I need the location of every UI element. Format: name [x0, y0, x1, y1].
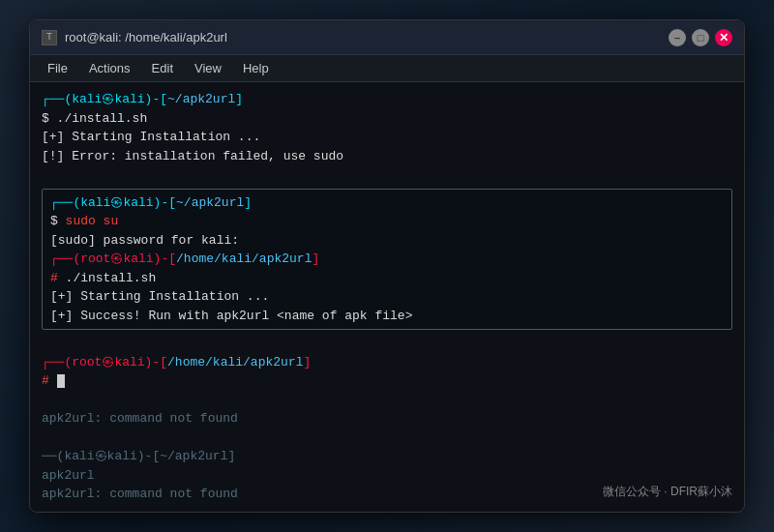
close-button[interactable]: ✕ [715, 29, 732, 46]
menu-help[interactable]: Help [233, 58, 279, 78]
line-dim-2: ──(kali㉿kali)-[~/apk2url] [42, 447, 732, 466]
line-prompt-2: ┌──(kali㉿kali)-[~/apk2url] [50, 193, 724, 213]
line-blank-2 [42, 334, 732, 353]
highlighted-block: ┌──(kali㉿kali)-[~/apk2url] $ sudo su [su… [42, 189, 732, 331]
terminal-icon: T [42, 30, 57, 45]
maximize-button[interactable]: □ [692, 29, 709, 46]
line-sudo-prompt: [sudo] password for kali: [50, 231, 724, 251]
minimize-button[interactable]: – [669, 29, 686, 46]
line-error-1: [!] Error: installation failed, use sudo [42, 147, 732, 166]
line-dim-1: apk2url: command not found [42, 409, 732, 429]
menu-file[interactable]: File [38, 58, 77, 78]
window-controls: – □ ✕ [669, 29, 732, 46]
line-cmd-sudo: $ sudo su [50, 212, 724, 231]
terminal-content[interactable]: ┌──(kali㉿kali)-[~/apk2url] $ ./install.s… [30, 82, 744, 512]
terminal-window: T root@kali: /home/kali/apk2url – □ ✕ Fi… [29, 19, 745, 513]
menu-bar: File Actions Edit View Help [30, 55, 744, 82]
line-root-active: # [42, 371, 732, 391]
line-cmd-1: $ ./install.sh [42, 109, 732, 129]
line-blank-4 [42, 429, 732, 448]
line-prompt-root-1: ┌──(root㉿kali)-[/home/kali/apk2url] [50, 250, 724, 269]
line-cmd-root-1: # ./install.sh [50, 269, 724, 288]
cursor [57, 374, 65, 388]
window-title: root@kali: /home/kali/apk2url [65, 30, 227, 44]
menu-view[interactable]: View [185, 58, 231, 78]
line-output-1: [+] Starting Installation ... [42, 128, 732, 147]
line-blank-1 [42, 165, 732, 185]
line-blank-3 [42, 391, 732, 410]
line-success: [+] Success! Run with apk2url <name of a… [50, 307, 724, 326]
line-output-install: [+] Starting Installation ... [50, 287, 724, 307]
line-blank-5 [42, 504, 732, 513]
menu-edit[interactable]: Edit [142, 58, 183, 78]
title-bar: T root@kali: /home/kali/apk2url – □ ✕ [30, 20, 744, 55]
desktop: T root@kali: /home/kali/apk2url – □ ✕ Fi… [0, 0, 774, 532]
watermark: 微信公众号 · DFIR蘇小沐 [603, 483, 732, 500]
line-prompt-root-2: ┌──(root㉿kali)-[/home/kali/apk2url] [42, 353, 732, 372]
line-prompt-1: ┌──(kali㉿kali)-[~/apk2url] [42, 90, 732, 109]
title-left: T root@kali: /home/kali/apk2url [42, 30, 227, 45]
menu-actions[interactable]: Actions [79, 58, 140, 78]
